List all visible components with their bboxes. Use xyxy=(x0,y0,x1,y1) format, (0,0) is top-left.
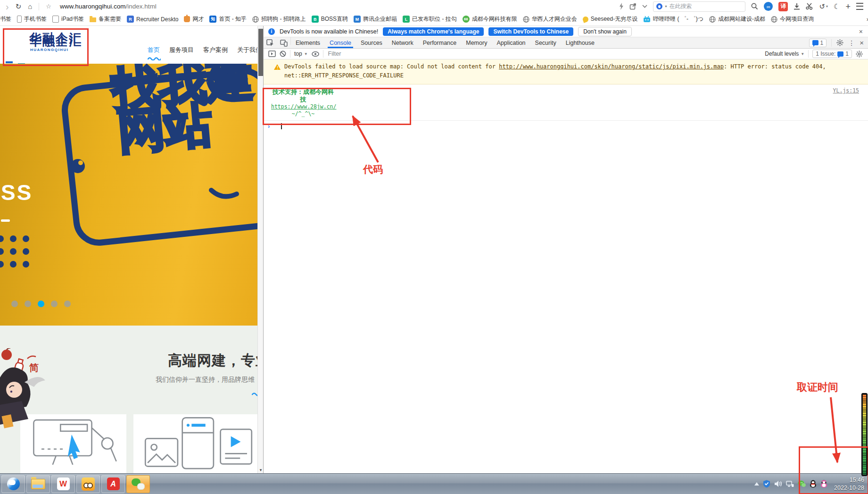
device-toolbar-icon[interactable] xyxy=(280,39,288,47)
bookmark-label: 网才 xyxy=(192,15,204,23)
slider-dot[interactable] xyxy=(51,301,58,307)
search-box[interactable]: ▾ 在此搜索 xyxy=(653,1,745,12)
address-bar[interactable]: www.huarongqihui.com/index.html xyxy=(60,3,157,10)
bookmark-item[interactable]: iPad书签 xyxy=(52,15,84,23)
tab-elements[interactable]: Elements xyxy=(291,37,325,48)
menu-icon[interactable] xyxy=(856,3,863,10)
bookmark-item[interactable]: 今网项目查询 xyxy=(771,15,814,23)
nav-item-home[interactable]: 首页 xyxy=(148,46,160,54)
bookmark-item[interactable]: M腾讯企业邮箱 xyxy=(354,15,397,23)
share-icon[interactable] xyxy=(629,3,637,10)
taskbar-wps-button[interactable]: W xyxy=(51,475,75,493)
link-tool-icon[interactable]: ∞ xyxy=(764,2,773,11)
nav-item-services[interactable]: 服务项目 xyxy=(169,46,194,54)
taskbar-explorer-button[interactable] xyxy=(26,475,50,493)
warning-sourcemap-link[interactable]: http://www.huarongqihui.com/skin/huarong… xyxy=(499,63,724,70)
log-source-link[interactable]: YL.js:15 xyxy=(833,87,859,94)
bookmark-item[interactable]: 网才 xyxy=(184,15,204,23)
translate-icon[interactable]: 译 xyxy=(778,2,788,11)
vertical-scrollbar-thumb[interactable] xyxy=(258,29,263,76)
night-mode-icon[interactable]: ☾ xyxy=(834,3,840,10)
explorer-folder-icon xyxy=(31,479,45,489)
search-icon[interactable] xyxy=(751,3,758,10)
home-icon[interactable]: ⌂ xyxy=(28,3,32,10)
bookmark-label: 成都网站建设-成都 xyxy=(718,15,765,23)
match-language-button[interactable]: Always match Chrome's language xyxy=(383,27,484,36)
bookmark-item[interactable]: 华西人才网企业会 xyxy=(523,15,577,23)
divider xyxy=(290,50,290,58)
console-sidebar-icon[interactable] xyxy=(268,50,276,57)
tab-memory[interactable]: Memory xyxy=(461,37,492,48)
console-filter-input[interactable] xyxy=(327,50,761,58)
network-icon[interactable] xyxy=(786,480,794,487)
nav-item-cases[interactable]: 客户案例 xyxy=(203,46,228,54)
bookmark-item[interactable]: 招聘狗 - 招聘路上 xyxy=(252,15,306,23)
undo-control[interactable]: ↺▾ xyxy=(819,3,828,10)
forward-icon[interactable]: › xyxy=(6,2,9,11)
nav-item-about[interactable]: 关于我们 xyxy=(237,46,257,54)
taskbar-browser-button[interactable] xyxy=(1,475,25,493)
flash-icon[interactable] xyxy=(619,3,624,10)
bookmark-label: 手机书签 xyxy=(24,15,47,23)
bookmark-item[interactable]: 书签 xyxy=(0,15,11,23)
feature-card-devices[interactable] xyxy=(133,414,257,473)
tab-sources[interactable]: Sources xyxy=(356,37,387,48)
bookmark-item[interactable]: RRecruiter Deskto xyxy=(127,16,178,23)
bookmark-star-icon[interactable]: ☆ xyxy=(46,3,51,9)
levels-label: Default levels xyxy=(765,50,799,57)
chevron-down-icon[interactable] xyxy=(642,5,647,8)
taskbar-wechat-button[interactable] xyxy=(126,475,150,493)
tab-network[interactable]: Network xyxy=(387,37,418,48)
switch-chinese-button[interactable]: Switch DevTools to Chinese xyxy=(488,27,573,36)
anime-sticker: 简 xyxy=(0,348,57,428)
slider-dot[interactable] xyxy=(25,301,31,307)
close-notice-icon[interactable]: × xyxy=(859,28,863,35)
tencent-mail-icon: M xyxy=(354,16,361,23)
bookmark-item[interactable]: 知首页 - 知乎 xyxy=(209,15,247,23)
issues-counter[interactable]: 1 xyxy=(809,39,827,47)
hero-banner[interactable]: 找我建 网站 SS xyxy=(0,64,257,326)
volume-icon[interactable] xyxy=(774,480,782,487)
bookmark-item[interactable]: 手机书签 xyxy=(17,15,47,23)
annotation-box-console-log xyxy=(263,88,411,125)
screenshot-scissors-icon[interactable] xyxy=(806,3,813,10)
taskbar-red-app-button[interactable]: A xyxy=(101,475,125,493)
settings-gear-icon[interactable] xyxy=(836,39,843,46)
bilibili-icon xyxy=(643,16,651,23)
live-expression-eye-icon[interactable] xyxy=(312,51,319,57)
slider-dot[interactable] xyxy=(11,301,18,307)
refresh-icon[interactable]: ↻ xyxy=(16,3,22,10)
bookmark-item[interactable]: Seeseed-无穷尽设 xyxy=(583,15,637,23)
folder-icon xyxy=(90,17,96,22)
tab-console[interactable]: Console xyxy=(325,37,356,48)
slider-dot[interactable] xyxy=(64,301,71,307)
console-settings-gear-icon[interactable] xyxy=(856,50,863,58)
globe-icon xyxy=(523,16,529,23)
bookmark-item[interactable]: 备案需要 xyxy=(90,15,121,23)
tab-application[interactable]: Application xyxy=(492,37,530,48)
warning-line1: DevTools failed to load source map: Coul… xyxy=(284,62,868,71)
issues-label: 1 Issue: xyxy=(816,50,835,57)
bookmark-item[interactable]: 成都网站建设-成都 xyxy=(709,15,765,23)
bookmark-item[interactable]: 哔哩哔哩 ( ゜- ゜)つ xyxy=(643,15,703,23)
tray-expand-icon[interactable] xyxy=(754,482,759,486)
tab-security[interactable]: Security xyxy=(530,37,561,48)
clear-console-icon[interactable] xyxy=(280,50,286,57)
more-options-icon[interactable]: ⋮ xyxy=(848,39,855,47)
slider-dot-active[interactable] xyxy=(38,301,44,307)
bookmark-item[interactable]: 68成都今网科技有限 xyxy=(463,15,517,23)
security-shield-icon[interactable] xyxy=(763,480,770,488)
issues-link[interactable]: 1 Issue:1 xyxy=(812,50,852,58)
bookmark-item[interactable]: L已发布职位 - 拉勾 xyxy=(403,15,457,23)
new-tab-plus-icon[interactable]: + xyxy=(845,2,851,11)
tab-performance[interactable]: Performance xyxy=(418,37,462,48)
tab-lighthouse[interactable]: Lighthouse xyxy=(561,37,599,48)
taskbar-wangwang-button[interactable] xyxy=(76,475,100,493)
download-icon[interactable] xyxy=(794,3,800,10)
bookmark-item[interactable]: BBOSS直聘 xyxy=(312,15,348,23)
dismiss-notice-button[interactable]: Don't show again xyxy=(578,27,632,36)
close-devtools-icon[interactable]: × xyxy=(860,39,864,47)
log-levels-selector[interactable]: Default levels▼ xyxy=(765,50,804,57)
context-selector[interactable]: top▼ xyxy=(294,50,308,57)
inspect-element-icon[interactable] xyxy=(266,39,274,47)
